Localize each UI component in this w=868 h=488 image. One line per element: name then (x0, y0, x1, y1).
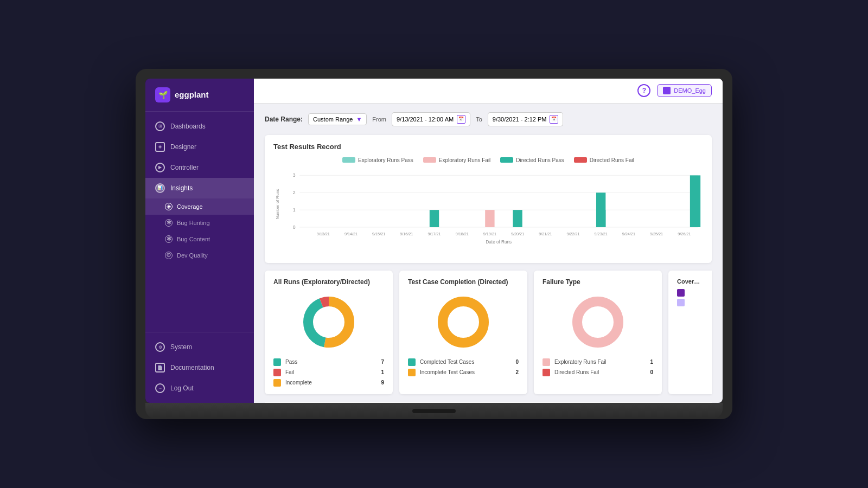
demo-cube-icon (663, 87, 671, 94)
logout-icon: → (155, 383, 165, 393)
insights-icon: 📊 (155, 183, 165, 193)
chart-legend: Exploratory Runs Pass Exploratory Runs F… (273, 157, 703, 163)
sidebar-bottom: ⚙ System 📄 Documentation → Log Out (145, 332, 254, 403)
sidebar-item-dev-quality[interactable]: ⚙ Dev Quality (145, 247, 254, 264)
designer-icon: ◈ (155, 142, 165, 152)
from-date-input[interactable]: 9/13/2021 - 12:00 AM 📅 (392, 112, 470, 126)
svg-text:9/26/21: 9/26/21 (678, 232, 691, 236)
dropdown-arrow-icon: ▼ (356, 116, 362, 123)
sidebar-item-system[interactable]: ⚙ System (145, 337, 254, 357)
svg-text:9/24/21: 9/24/21 (622, 232, 635, 236)
sidebar-item-bug-content[interactable]: ✱ Bug Content (145, 231, 254, 247)
controller-icon: ▶ (155, 163, 165, 172)
svg-text:2: 2 (293, 190, 296, 195)
help-button[interactable]: ? (637, 84, 650, 97)
logo-icon: 🌱 (155, 87, 170, 102)
sidebar-item-dashboards[interactable]: ⊞ Dashboards (145, 116, 254, 137)
fail-color (273, 369, 281, 376)
all-runs-title: All Runs (Exploratory/Directed) (273, 278, 384, 286)
legend-fail-row: Fail 1 (273, 369, 384, 376)
to-date-input[interactable]: 9/30/2021 - 2:12 PM 📅 (488, 112, 564, 126)
logo-text: eggplant (175, 90, 209, 99)
pass-color (273, 358, 281, 366)
metric-cards-row: All Runs (Exploratory/Directed) (265, 271, 712, 394)
legend-color-exp-pass (342, 157, 355, 163)
svg-text:9/20/21: 9/20/21 (511, 232, 524, 236)
legend-color-exp-fail (423, 157, 436, 163)
demo-badge[interactable]: DEMO_Egg (657, 84, 712, 97)
sidebar-nav: ⊞ Dashboards ◈ Designer ▶ Controller 📊 I… (145, 112, 254, 332)
legend-exp-pass: Exploratory Runs Pass (342, 157, 413, 163)
date-range-select[interactable]: Custom Range ▼ (308, 113, 367, 125)
from-calendar-icon[interactable]: 📅 (457, 115, 465, 124)
svg-text:9/13/21: 9/13/21 (317, 232, 330, 236)
svg-text:9/25/21: 9/25/21 (650, 232, 663, 236)
date-range-row: Date Range: Custom Range ▼ From 9/13/202… (265, 112, 712, 126)
svg-text:Date of Runs: Date of Runs (486, 240, 512, 245)
sidebar-item-bug-hunting[interactable]: ✱ Bug Hunting (145, 215, 254, 231)
sidebar-item-documentation[interactable]: 📄 Documentation (145, 357, 254, 378)
content-area: Date Range: Custom Range ▼ From 9/13/202… (254, 104, 723, 403)
dir-fail-color (542, 369, 550, 376)
incomplete-test-row: Incomplete Test Cases 2 (408, 369, 519, 376)
svg-text:9/14/21: 9/14/21 (344, 232, 358, 236)
test-case-legend: Completed Test Cases 0 Incomplete Test C… (408, 358, 519, 376)
legend-dir-fail: Directed Runs Fail (574, 157, 634, 163)
test-results-chart-card: Test Results Record Exploratory Runs Pas… (265, 135, 712, 263)
failure-type-donut (542, 292, 653, 352)
svg-text:9/15/21: 9/15/21 (372, 232, 385, 236)
logo-area: 🌱 eggplant (145, 79, 254, 112)
legend-dir-pass: Directed Runs Pass (500, 157, 564, 163)
failure-type-card: Failure Type Exploratory Runs Fail 1 (534, 271, 662, 394)
svg-text:9/18/21: 9/18/21 (456, 232, 469, 236)
completed-row: Completed Test Cases 0 (408, 358, 519, 366)
coverage-card-partial: Coverag... (668, 271, 712, 394)
test-case-completion-card: Test Case Completion (Directed) Complete… (399, 271, 527, 394)
bug-content-icon: ✱ (165, 235, 173, 243)
svg-text:0: 0 (293, 224, 296, 230)
system-icon: ⚙ (155, 342, 165, 352)
documentation-icon: 📄 (155, 363, 165, 373)
sidebar-item-coverage[interactable]: ◈ Coverage (145, 198, 254, 215)
laptop-notch (412, 409, 456, 413)
all-runs-donut (273, 292, 384, 352)
bug-hunting-icon: ✱ (165, 219, 173, 227)
svg-point-34 (443, 301, 484, 343)
svg-text:9/21/21: 9/21/21 (539, 232, 552, 236)
legend-color-dir-fail (574, 157, 587, 163)
svg-text:9/17/21: 9/17/21 (427, 232, 441, 236)
completed-color (408, 358, 416, 366)
svg-text:9/23/21: 9/23/21 (595, 232, 608, 236)
coverage-partial-title: Coverag... (677, 278, 703, 285)
failure-type-title: Failure Type (542, 278, 653, 286)
incomplete-test-color (408, 369, 416, 376)
all-runs-card: All Runs (Exploratory/Directed) (265, 271, 393, 394)
coverage-icon: ◈ (165, 203, 173, 210)
test-case-donut (408, 292, 519, 352)
sidebar-item-logout[interactable]: → Log Out (145, 378, 254, 399)
incomplete-color (273, 379, 281, 387)
topbar-actions: ? DEMO_Egg (637, 84, 712, 97)
date-range-label: Date Range: (265, 115, 303, 123)
svg-rect-24 (430, 210, 439, 227)
svg-rect-26 (513, 210, 522, 227)
to-calendar-icon[interactable]: 📅 (550, 115, 558, 124)
failure-type-legend: Exploratory Runs Fail 1 Directed Runs Fa… (542, 358, 653, 376)
svg-text:Number of Runs: Number of Runs (275, 189, 280, 219)
svg-text:1: 1 (293, 207, 296, 213)
svg-text:9/16/21: 9/16/21 (400, 232, 413, 236)
svg-rect-28 (596, 210, 605, 227)
legend-color-dir-pass (500, 157, 513, 163)
dashboard-icon: ⊞ (155, 121, 165, 131)
dir-fail-row: Directed Runs Fail 0 (542, 369, 653, 376)
bottom-bar: ‹ Test Case Breakdown Directed Runs Pass… (265, 402, 712, 403)
svg-text:9/19/21: 9/19/21 (483, 232, 496, 236)
svg-point-35 (577, 301, 618, 343)
sidebar-item-designer[interactable]: ◈ Designer (145, 137, 254, 157)
svg-text:3: 3 (293, 172, 296, 178)
sidebar: 🌱 eggplant ⊞ Dashboards ◈ Designer ▶ Con… (145, 79, 254, 403)
sidebar-item-insights[interactable]: 📊 Insights (145, 178, 254, 198)
svg-rect-29 (690, 175, 700, 227)
test-case-title: Test Case Completion (Directed) (408, 278, 519, 286)
sidebar-item-controller[interactable]: ▶ Controller (145, 157, 254, 178)
